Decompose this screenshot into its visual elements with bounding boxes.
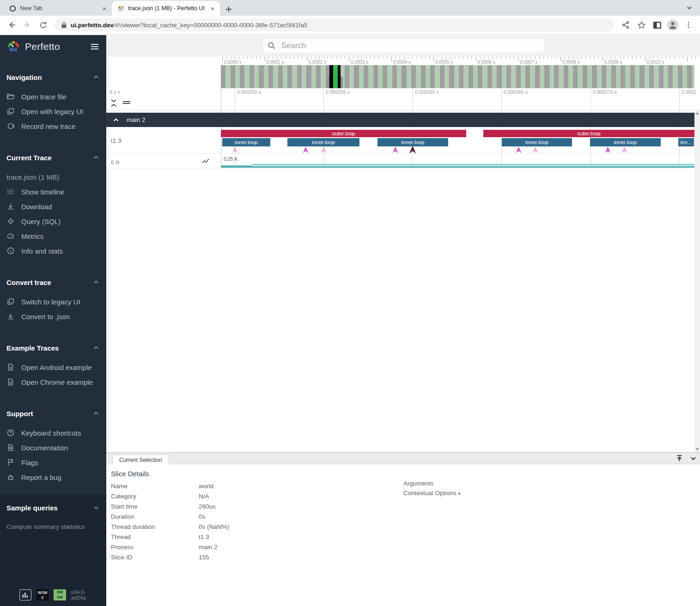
- ruler-tick: [640, 57, 641, 59]
- section-title: Navigation: [6, 73, 42, 81]
- sidebar-item-info-and-stats[interactable]: Info and stats: [0, 243, 106, 258]
- ruler-tick: [687, 57, 688, 61]
- url-bar[interactable]: ui.perfetto.dev/#!/viewer?local_cache_ke…: [55, 18, 614, 31]
- profile-avatar[interactable]: [666, 18, 680, 32]
- section-header-current-trace[interactable]: Current Trace: [0, 153, 106, 162]
- tab-current-selection[interactable]: Current Selection: [112, 454, 169, 465]
- hamburger-menu-icon[interactable]: [90, 42, 100, 52]
- detail-label: Slice ID: [111, 554, 199, 561]
- viewport-time-label: 0.000255 s: [326, 89, 350, 95]
- slice-inner-loop[interactable]: inn...: [678, 138, 694, 146]
- table-row-start-time: Start time260us: [111, 503, 216, 510]
- ruler-tick: [400, 57, 400, 59]
- slice-inner-loop[interactable]: inner.loop: [502, 138, 572, 146]
- bookmark-star-icon[interactable]: [634, 18, 648, 32]
- dock-to-top-icon[interactable]: [676, 454, 683, 462]
- sidebar-item-keyboard-shortcuts[interactable]: Keyboard shortcuts: [0, 425, 106, 440]
- chevron-up-icon: [92, 154, 100, 161]
- reload-button[interactable]: [36, 18, 50, 32]
- search-input[interactable]: [281, 41, 539, 50]
- instant-marker-pink[interactable]: [232, 146, 238, 153]
- new-tab-button[interactable]: [225, 5, 233, 13]
- slice-outer-loop[interactable]: outer.loop: [221, 130, 466, 137]
- folder-open-icon: [6, 92, 15, 101]
- collapse-tracks-icon[interactable]: [110, 98, 118, 108]
- instant-marker-magenta[interactable]: [605, 146, 611, 153]
- sidebar-item-switch-to-legacy-ui[interactable]: Switch to legacy UI: [0, 294, 106, 309]
- timeline-vertical-scrollbar[interactable]: [694, 110, 700, 452]
- tab-close-icon[interactable]: ×: [209, 5, 216, 12]
- ruler-tick: [565, 57, 565, 59]
- back-button[interactable]: [5, 18, 18, 32]
- side-panel-icon[interactable]: [650, 18, 664, 32]
- ruler-tick: [307, 57, 307, 61]
- tab-list-chevron-icon[interactable]: [686, 5, 693, 11]
- sidebar-item-record-new-trace[interactable]: Record new trace: [0, 119, 106, 133]
- ruler-tick: [294, 57, 294, 59]
- sidebar-item-open-android-example[interactable]: Open Android example: [0, 360, 106, 375]
- browser-tab-perfetto[interactable]: trace.json (1 MB) - Perfetto UI ×: [112, 1, 220, 16]
- docsearch-icon: [6, 443, 15, 452]
- perf-stats-icon[interactable]: [19, 589, 31, 600]
- track-filter-icon[interactable]: [122, 98, 132, 108]
- ruler-tick: [277, 57, 277, 59]
- ruler-tick: [666, 57, 666, 59]
- sidebar-item-open-trace-file[interactable]: Open trace file: [0, 89, 106, 104]
- ruler-tick: [252, 57, 252, 59]
- sidebar-item-report-a-bug[interactable]: Report a bug: [0, 470, 106, 485]
- sidebar-header: Perfetto: [0, 35, 106, 58]
- group-title: main 2: [127, 116, 146, 123]
- instant-marker-pink[interactable]: [532, 146, 538, 153]
- search-box[interactable]: [262, 38, 544, 53]
- sidebar-item-show-timeline[interactable]: Show timeline: [0, 184, 106, 199]
- slice-outer-loop[interactable]: outer.loop: [483, 130, 694, 137]
- version-label: v34.0-ad24a: [71, 589, 99, 600]
- perfetto-logo: [6, 40, 20, 54]
- section-header-navigation[interactable]: Navigation: [0, 73, 106, 82]
- sidebar-item-documentation[interactable]: Documentation: [0, 440, 106, 455]
- sidebar-item-metrics[interactable]: Metrics: [0, 229, 106, 243]
- sidebar-item-flags[interactable]: Flags: [0, 455, 106, 470]
- ruler-tick: [353, 57, 353, 59]
- collapse-panel-chevron-icon[interactable]: [689, 454, 697, 462]
- contextual-options-dropdown[interactable]: Contextual Options ▾: [403, 490, 461, 497]
- share-icon[interactable]: [619, 18, 633, 32]
- instant-marker-magenta[interactable]: [303, 146, 309, 153]
- sidebar-section-sample-queries: Sample queries Compute summary statistic…: [0, 495, 106, 587]
- chevron-up-icon: [92, 344, 100, 351]
- instant-marker-magenta[interactable]: [516, 146, 522, 153]
- forward-button[interactable]: [20, 18, 34, 32]
- sidebar-item-compute-summary-statistics[interactable]: Compute summary statistics: [0, 520, 106, 530]
- slice-inner-loop[interactable]: inner.loop: [287, 138, 359, 146]
- trace-overview-minimap[interactable]: [221, 65, 694, 88]
- ruler-tick: [636, 57, 637, 59]
- sidebar-item-open-chrome-example[interactable]: Open Chrome example: [0, 375, 106, 389]
- chevron-up-icon: [92, 279, 100, 286]
- instant-marker-pink[interactable]: [321, 146, 327, 153]
- doc-icon: [6, 363, 15, 371]
- ruler-tick: [243, 57, 243, 59]
- detail-label: Start time: [111, 503, 199, 510]
- ruler-tick: [695, 57, 696, 59]
- sidebar-item-convert-to-json[interactable]: Convert to .json: [0, 309, 106, 324]
- instant-marker-pink[interactable]: [621, 146, 627, 153]
- instant-marker-magenta[interactable]: [392, 146, 398, 153]
- slice-inner-loop[interactable]: inner.loop: [590, 138, 661, 146]
- section-header-sample-queries[interactable]: Sample queries: [0, 503, 106, 512]
- tab-close-icon[interactable]: ×: [101, 5, 108, 12]
- slice-inner-loop[interactable]: inner.loop: [222, 138, 270, 146]
- ruler-tick: [552, 57, 552, 59]
- sidebar-item-query-sql[interactable]: Query (SQL): [0, 214, 106, 229]
- minimap-viewport[interactable]: [333, 65, 338, 88]
- sidebar-item-open-with-legacy-ui[interactable]: Open with legacy UI: [0, 104, 106, 119]
- section-header-support[interactable]: Support: [0, 409, 106, 418]
- instant-marker-selected[interactable]: [409, 145, 416, 154]
- sidebar-item-download[interactable]: Download: [0, 199, 106, 214]
- section-header-convert-trace[interactable]: Convert trace: [0, 278, 106, 287]
- process-group-header[interactable]: main 2: [106, 113, 694, 127]
- browser-tab-newtab[interactable]: New Tab ×: [4, 1, 112, 16]
- sidebar-item-label: Keyboard shortcuts: [21, 429, 81, 437]
- browser-menu-kebab-icon[interactable]: [682, 18, 695, 32]
- section-header-example-traces[interactable]: Example Traces: [0, 343, 106, 352]
- ruler-tick: [653, 57, 654, 59]
